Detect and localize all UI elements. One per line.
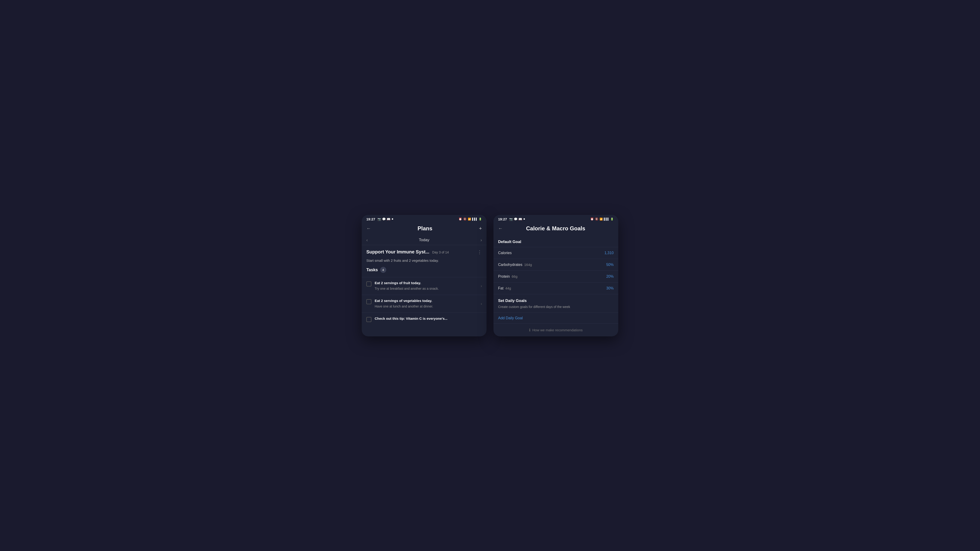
mute-icon-right: 🔇 <box>595 218 598 221</box>
alarm-icon-left: ⏰ <box>458 218 462 221</box>
protein-name: Protein <box>498 275 510 279</box>
set-daily-goals-section: Set Daily Goals Create custom goals for … <box>493 294 618 313</box>
recommendations-row[interactable]: ℹ How we make recommendations <box>493 324 618 337</box>
task-arrow-1[interactable]: › <box>481 284 482 288</box>
task-desc-2: Have one at lunch and another at dinner. <box>375 304 477 309</box>
battery-icon-left: 🔋 <box>479 218 482 221</box>
status-dot-left <box>392 218 393 220</box>
add-plan-button[interactable]: + <box>479 225 482 232</box>
set-daily-goals-title: Set Daily Goals <box>498 299 614 303</box>
macro-goals-screen: 19:27 📷 💬 📖 ⏰ 🔇 📶 ▌▌▌ 🔋 ← Calorie & Macr… <box>493 215 618 337</box>
protein-row[interactable]: Protein 66g 20% <box>493 271 618 283</box>
tasks-label: Tasks <box>366 268 378 272</box>
protein-left: Protein 66g <box>498 275 517 279</box>
status-bar-left: 19:27 📷 💬 📖 ⏰ 🔇 📶 ▌▌▌ 🔋 <box>362 215 487 222</box>
task-title-3: Check out this tip: Vitamin C is everyon… <box>375 316 482 321</box>
plan-menu-button[interactable]: ⋮ <box>477 249 482 255</box>
status-bar-right: 19:27 📷 💬 📖 ⏰ 🔇 📶 ▌▌▌ 🔋 <box>493 215 618 222</box>
macro-goals-header: ← Calorie & Macro Goals <box>493 222 618 235</box>
tasks-header: Tasks 4 <box>366 267 482 273</box>
status-right-icons-left: ⏰ 🔇 📶 ▌▌▌ 🔋 <box>458 218 482 221</box>
battery-icon-right: 🔋 <box>611 218 614 221</box>
signal-icon-right: ▌▌▌ <box>604 218 609 221</box>
back-button-right[interactable]: ← <box>498 226 503 231</box>
wifi-icon-right: 📶 <box>600 218 603 221</box>
signal-icon-left: ▌▌▌ <box>472 218 477 221</box>
fat-row[interactable]: Fat 44g 30% <box>493 283 618 294</box>
fat-name: Fat <box>498 286 503 291</box>
default-goal-section-header: Default Goal <box>493 235 618 247</box>
screens-container: 19:27 📷 💬 📖 ⏰ 🔇 📶 ▌▌▌ 🔋 ← Plans + ‹ Toda… <box>357 210 623 341</box>
carbohydrates-value: 50% <box>606 263 614 267</box>
protein-value: 20% <box>606 275 614 279</box>
plan-title-group: Support Your Immune Syst... Day 3 of 14 <box>366 249 449 255</box>
plan-description: Start small with 2 fruits and 2 vegetabl… <box>366 258 482 264</box>
carbohydrates-left: Carbohydrates 164g <box>498 263 532 267</box>
tasks-count-badge: 4 <box>380 267 386 273</box>
status-dot-right <box>523 218 525 220</box>
next-date-button[interactable]: › <box>480 238 482 243</box>
plans-header: ← Plans + <box>362 222 487 235</box>
plan-card: Support Your Immune Syst... Day 3 of 14 … <box>362 245 487 278</box>
mute-icon-left: 🔇 <box>463 218 467 221</box>
task-content-1: Eat 2 servings of fruit today. Try one a… <box>375 281 477 291</box>
calories-value: 1,310 <box>605 251 614 255</box>
plans-title: Plans <box>418 225 433 232</box>
status-icons-left: 📷 💬 📖 <box>377 218 390 221</box>
protein-amount: 66g <box>512 275 517 278</box>
info-icon: ℹ <box>529 328 530 332</box>
status-icons-right: 📷 💬 📖 <box>509 218 522 221</box>
add-daily-goal-button[interactable]: Add Daily Goal <box>493 313 618 324</box>
carbohydrates-amount: 164g <box>524 263 532 267</box>
status-left-right: 19:27 📷 💬 📖 <box>498 217 525 221</box>
date-navigation: ‹ Today › <box>362 235 487 245</box>
task-title-1: Eat 2 servings of fruit today. <box>375 281 477 285</box>
default-goal-label: Default Goal <box>498 240 521 244</box>
task-item-1: Eat 2 servings of fruit today. Try one a… <box>362 277 487 295</box>
status-time-right: 19:27 <box>498 217 507 221</box>
task-content-2: Eat 2 servings of vegetables today. Have… <box>375 299 477 309</box>
calories-left: Calories <box>498 251 512 255</box>
status-left: 19:27 📷 💬 📖 <box>366 217 393 221</box>
carbohydrates-row[interactable]: Carbohydrates 164g 50% <box>493 259 618 271</box>
fat-amount: 44g <box>505 286 511 290</box>
task-checkbox-3[interactable] <box>366 317 371 322</box>
plan-card-header: Support Your Immune Syst... Day 3 of 14 … <box>366 249 482 255</box>
calories-name: Calories <box>498 251 512 255</box>
task-content-3: Check out this tip: Vitamin C is everyon… <box>375 316 482 322</box>
fat-value: 30% <box>606 286 614 291</box>
calories-row[interactable]: Calories 1,310 <box>493 247 618 259</box>
task-checkbox-2[interactable] <box>366 299 371 304</box>
back-button-left[interactable]: ← <box>366 226 371 231</box>
status-right-icons-right: ⏰ 🔇 📶 ▌▌▌ 🔋 <box>590 218 614 221</box>
task-item-3: Check out this tip: Vitamin C is everyon… <box>362 313 487 326</box>
prev-date-button[interactable]: ‹ <box>366 238 368 243</box>
fat-left: Fat 44g <box>498 286 511 291</box>
wifi-icon-left: 📶 <box>468 218 471 221</box>
current-date-label: Today <box>419 238 429 242</box>
status-time-left: 19:27 <box>366 217 375 221</box>
task-arrow-2[interactable]: › <box>481 302 482 306</box>
task-title-2: Eat 2 servings of vegetables today. <box>375 299 477 303</box>
plan-day-info: Day 3 of 14 <box>432 251 449 254</box>
task-checkbox-1[interactable] <box>366 281 371 286</box>
alarm-icon-right: ⏰ <box>590 218 594 221</box>
set-daily-goals-description: Create custom goals for different days o… <box>498 305 614 310</box>
carbohydrates-name: Carbohydrates <box>498 263 522 267</box>
plans-screen: 19:27 📷 💬 📖 ⏰ 🔇 📶 ▌▌▌ 🔋 ← Plans + ‹ Toda… <box>362 215 487 337</box>
task-desc-1: Try one at breakfast and another as a sn… <box>375 286 477 291</box>
plan-title: Support Your Immune Syst... <box>366 249 430 254</box>
recommendations-text: How we make recommendations <box>532 328 583 332</box>
task-item-2: Eat 2 servings of vegetables today. Have… <box>362 295 487 313</box>
macro-goals-title: Calorie & Macro Goals <box>526 225 585 232</box>
